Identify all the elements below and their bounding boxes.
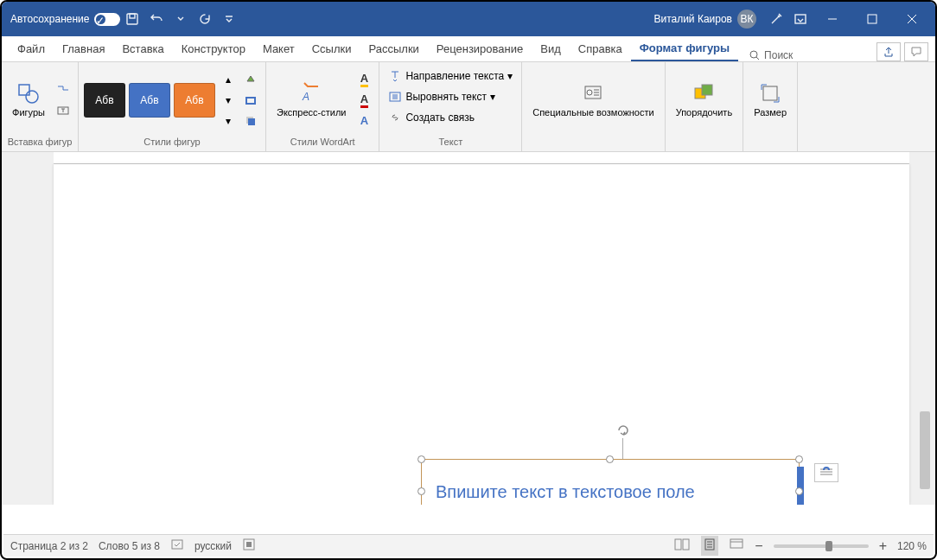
- shapes-button[interactable]: Фигуры: [7, 80, 50, 120]
- accessibility-icon: [581, 81, 605, 105]
- style-swatch-1[interactable]: Абв: [84, 83, 125, 118]
- wordart-button[interactable]: A Экспресс-стили: [271, 80, 351, 120]
- svg-point-6: [26, 91, 38, 103]
- close-button[interactable]: [892, 2, 932, 36]
- chevron-down-icon[interactable]: [171, 10, 190, 29]
- undo-icon[interactable]: [147, 10, 166, 29]
- zoom-slider[interactable]: [774, 544, 869, 548]
- tab-layout[interactable]: Макет: [254, 35, 303, 61]
- gallery-up-icon[interactable]: ▴: [219, 70, 238, 89]
- minimize-button[interactable]: [813, 2, 852, 36]
- save-icon[interactable]: [123, 10, 142, 29]
- layout-options-button[interactable]: [814, 463, 838, 482]
- style-swatch-2[interactable]: Абв: [129, 83, 170, 118]
- svg-text:A: A: [302, 91, 309, 103]
- resize-handle-ne[interactable]: [795, 455, 803, 463]
- user-account[interactable]: Виталий Каиров ВК: [653, 10, 756, 29]
- svg-rect-0: [127, 14, 137, 24]
- shapes-label: Фигуры: [12, 107, 45, 118]
- resize-handle-nw[interactable]: [418, 455, 425, 463]
- status-language[interactable]: русский: [194, 540, 232, 552]
- shape-fill-button[interactable]: [241, 70, 260, 89]
- style-swatch-3[interactable]: Абв: [174, 83, 215, 118]
- gallery-down-icon[interactable]: ▾: [219, 91, 238, 110]
- shape-effects-button[interactable]: [241, 111, 260, 130]
- tab-insert[interactable]: Вставка: [113, 35, 172, 61]
- ribbon-display-icon[interactable]: [791, 10, 810, 29]
- user-avatar: ВК: [737, 10, 756, 29]
- group-label-insert-shapes: Вставка фигур: [7, 134, 73, 150]
- view-web-icon[interactable]: [729, 538, 744, 554]
- size-button[interactable]: Размер: [749, 80, 792, 120]
- macro-icon[interactable]: [242, 538, 256, 554]
- text-box-button[interactable]: [54, 101, 73, 120]
- comments-button[interactable]: [904, 42, 928, 61]
- svg-rect-24: [730, 539, 743, 548]
- tab-review[interactable]: Рецензирование: [428, 35, 532, 61]
- resize-handle-n[interactable]: [606, 455, 614, 463]
- scrollbar-thumb[interactable]: [920, 411, 930, 489]
- autosave-toggle[interactable]: ✓: [94, 13, 120, 26]
- vertical-scrollbar[interactable]: [918, 169, 932, 496]
- redo-icon[interactable]: [195, 10, 214, 29]
- arrange-button[interactable]: Упорядочить: [671, 80, 737, 120]
- search-box[interactable]: Поиск: [749, 49, 793, 61]
- shape-outline-button[interactable]: [241, 91, 260, 110]
- tab-design[interactable]: Конструктор: [173, 35, 254, 61]
- text-effects-button[interactable]: A: [354, 111, 373, 130]
- group-text: Направление текста ▾ Выровнять текст ▾ С…: [379, 62, 522, 151]
- group-label-text: Текст: [385, 134, 516, 150]
- share-button[interactable]: [876, 42, 901, 61]
- spellcheck-icon[interactable]: [170, 538, 184, 554]
- text-direction-button[interactable]: Направление текста ▾: [385, 66, 516, 86]
- svg-rect-22: [683, 539, 689, 550]
- svg-point-14: [587, 90, 592, 95]
- view-print-icon[interactable]: [701, 536, 718, 556]
- tab-shape-format[interactable]: Формат фигуры: [631, 35, 738, 61]
- wordart-icon: A: [299, 81, 323, 105]
- svg-rect-21: [675, 539, 681, 550]
- horizontal-ruler[interactable]: [54, 152, 909, 164]
- accessibility-button[interactable]: Специальные возможности: [527, 80, 659, 120]
- rotate-handle[interactable]: [615, 423, 631, 438]
- text-cursor: [797, 467, 804, 505]
- text-box[interactable]: Впишите текст в текстовое поле: [421, 459, 800, 505]
- status-page[interactable]: Страница 2 из 2: [10, 540, 88, 552]
- tab-home[interactable]: Главная: [54, 35, 113, 61]
- gallery-more-icon[interactable]: ▾: [219, 111, 238, 130]
- maximize-button[interactable]: [852, 2, 892, 36]
- tab-file[interactable]: Файл: [9, 35, 54, 61]
- text-outline-button[interactable]: A: [354, 91, 373, 110]
- group-label-shape-styles: Стили фигур: [84, 134, 260, 150]
- resize-handle-e[interactable]: [795, 487, 803, 495]
- align-text-button[interactable]: Выровнять текст ▾: [385, 86, 498, 107]
- text-fill-button[interactable]: A: [354, 70, 373, 89]
- group-label-accessibility: [527, 134, 659, 150]
- size-icon: [758, 81, 782, 105]
- arrange-label: Упорядочить: [676, 107, 732, 118]
- group-size: Размер: [743, 62, 798, 151]
- customize-qat-icon[interactable]: [220, 10, 239, 29]
- align-text-icon: [388, 90, 402, 104]
- create-link-button[interactable]: Создать связь: [385, 107, 477, 128]
- document-page[interactable]: [54, 164, 909, 505]
- zoom-level[interactable]: 120 %: [897, 540, 927, 552]
- status-words[interactable]: Слово 5 из 8: [99, 540, 160, 552]
- tab-help[interactable]: Справка: [570, 35, 631, 61]
- tab-references[interactable]: Ссылки: [303, 35, 360, 61]
- tab-view[interactable]: Вид: [532, 35, 570, 61]
- wordart-label: Экспресс-стили: [277, 107, 346, 118]
- zoom-in-button[interactable]: +: [879, 538, 887, 554]
- coming-soon-icon[interactable]: [767, 10, 786, 29]
- svg-rect-18: [172, 540, 182, 549]
- zoom-out-button[interactable]: −: [755, 538, 762, 554]
- tab-mailings[interactable]: Рассылки: [360, 35, 427, 61]
- size-label: Размер: [754, 107, 787, 118]
- view-read-icon[interactable]: [673, 538, 691, 554]
- edit-shape-button[interactable]: [54, 80, 73, 99]
- chevron-down-icon: ▾: [490, 91, 495, 103]
- zoom-slider-thumb[interactable]: [825, 541, 832, 551]
- toggle-knob: ✓: [96, 15, 105, 24]
- link-icon: [388, 111, 402, 124]
- resize-handle-w[interactable]: [418, 487, 425, 495]
